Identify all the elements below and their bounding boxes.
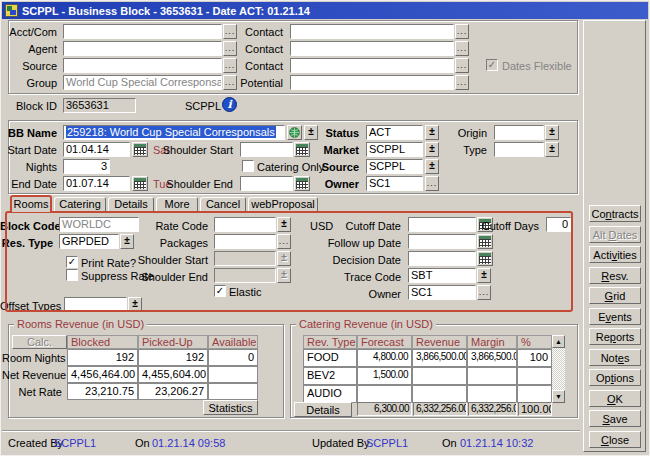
tab-details[interactable]: Details (108, 197, 154, 212)
close-button[interactable]: Close (589, 431, 641, 448)
block-id-label: Block ID (0, 99, 60, 114)
tab-cancel[interactable]: Cancel (200, 197, 246, 212)
catering-total-revenue: 6,332,256.00 (413, 402, 467, 416)
group-label: Group (0, 76, 60, 91)
rooms-tab-panel (5, 211, 573, 312)
scroll-down-icon[interactable]: ▼ (552, 390, 565, 403)
market-field[interactable]: SCPPL (366, 142, 423, 157)
contact2-lookup-button[interactable]: ... (455, 41, 469, 56)
notes-button[interactable]: Notes (589, 349, 641, 366)
start-date-label: Start Date (0, 143, 60, 158)
rooms-cell[interactable]: 192 (138, 349, 208, 366)
bb-name-selected-text: 259218: World Cup Special Corresponsals (66, 126, 276, 138)
contact1-lookup-button[interactable]: ... (455, 24, 469, 39)
catering-cell[interactable]: 3,866,500.00 (467, 349, 517, 367)
catering-col-revtype: Rev. Type (303, 335, 357, 349)
nights-label: Nights (0, 160, 60, 175)
nights-field[interactable]: 3 (63, 159, 110, 174)
catering-cell[interactable]: 4,800.00 (357, 349, 412, 367)
block-id-field: 3653631 (63, 98, 136, 113)
contact2-field[interactable] (290, 41, 454, 56)
potential-label: Potential (230, 76, 286, 91)
statistics-button[interactable]: Statistics (203, 400, 258, 415)
save-button[interactable]: Save (589, 410, 641, 427)
source-lov-button[interactable]: ± (425, 159, 439, 174)
status-field[interactable]: ACT (366, 125, 423, 140)
origin-lov-button[interactable]: ± (545, 125, 559, 140)
created-by-value: SCPPL1 (54, 436, 96, 451)
agent-field[interactable] (63, 41, 222, 56)
dates-flexible-checkbox (486, 59, 498, 71)
origin-field[interactable] (494, 125, 544, 140)
dates-flexible-label: Dates Flexible (502, 59, 572, 74)
tab-webproposal[interactable]: webProposal (248, 197, 318, 212)
tab-catering[interactable]: Catering (54, 197, 106, 212)
rooms-cell[interactable]: 4,455,604.00 (138, 366, 208, 383)
updated-by-value: SCPPL1 (366, 436, 408, 451)
catering-col-forecast: Forecast (357, 335, 412, 349)
catering-cell[interactable] (517, 385, 552, 403)
events-button[interactable]: Events (589, 308, 641, 325)
tab-rooms[interactable]: Rooms (10, 195, 52, 212)
source-field[interactable] (63, 58, 222, 73)
contact3-field[interactable] (290, 58, 454, 73)
rooms-cell[interactable]: 4,456,464.00 (67, 366, 138, 383)
catering-only-checkbox[interactable] (242, 160, 254, 172)
contact1-field[interactable] (290, 24, 454, 39)
options-button[interactable]: Options (589, 369, 641, 386)
catering-cell[interactable]: 3,866,500.00 (412, 349, 467, 367)
ok-button[interactable]: OK (589, 390, 641, 407)
rooms-cell[interactable] (208, 366, 258, 383)
rooms-cell[interactable]: 23,206.27 (138, 383, 208, 400)
rooms-cell[interactable]: 0 (208, 349, 258, 366)
updated-by-label: Updated By (312, 436, 369, 451)
info-icon[interactable]: i (222, 97, 237, 112)
catering-cell[interactable] (412, 367, 467, 385)
resv-button[interactable]: Resv. (589, 267, 641, 284)
rooms-col-blocked: Blocked (67, 335, 138, 349)
bb-name-label: BB Name (0, 126, 60, 141)
rooms-cell[interactable] (208, 383, 258, 400)
rooms-col-available: Available (208, 335, 258, 349)
owner-lookup-button[interactable]: ... (425, 176, 439, 191)
reports-button[interactable]: Reports (589, 328, 641, 345)
contact3-label: Contact (230, 59, 286, 74)
rooms-cell[interactable]: 192 (67, 349, 138, 366)
catering-cell[interactable] (467, 385, 517, 403)
potential-lookup-button[interactable]: ... (455, 75, 469, 90)
source2-field[interactable]: SCPPL (366, 159, 423, 174)
tab-more[interactable]: More (156, 197, 198, 212)
bb-name-field[interactable]: 259218: World Cup Special Corresponsals (63, 125, 285, 140)
catering-cell[interactable] (412, 385, 467, 403)
business-block-window: SCPPL - Business Block - 3653631 - Date … (0, 0, 650, 456)
contracts-button[interactable]: Contracts (589, 205, 641, 222)
potential-field[interactable] (290, 75, 454, 90)
rooms-row-label-nights: Room Nights (2, 351, 65, 366)
type-field[interactable] (494, 142, 544, 157)
shoulder-start-field[interactable] (240, 142, 293, 157)
shoulder-end-label: Shoulder End (120, 177, 236, 192)
owner-field[interactable]: SC1 (366, 176, 423, 191)
catering-total-pct: 100.00 (518, 402, 552, 416)
title-bar[interactable]: SCPPL - Business Block - 3653631 - Date … (2, 2, 648, 19)
catering-cell[interactable] (357, 385, 412, 403)
catering-cell[interactable]: FOOD (303, 349, 357, 367)
catering-cell[interactable] (517, 367, 552, 385)
catering-scrollbar[interactable] (552, 348, 565, 390)
shoulder-end-field[interactable] (240, 176, 293, 191)
catering-cell[interactable]: 100 (517, 349, 552, 367)
details-button[interactable]: Details (294, 402, 352, 417)
catering-cell[interactable]: BEV2 (303, 367, 357, 385)
catering-cell[interactable]: 1,500.00 (357, 367, 412, 385)
grid-button[interactable]: Grid (589, 287, 641, 304)
type-lov-button[interactable]: ± (545, 142, 559, 157)
acct-com-field[interactable] (63, 24, 222, 39)
rooms-cell[interactable]: 23,210.75 (67, 383, 138, 400)
catering-cell[interactable]: AUDIO (303, 385, 357, 403)
updated-on-value: 01.21.14 10:32 (460, 436, 533, 451)
contact3-lookup-button[interactable]: ... (455, 58, 469, 73)
activities-button[interactable]: Activities (589, 246, 641, 263)
catering-total-forecast: 6,300.00 (357, 402, 412, 416)
scroll-up-icon[interactable]: ▲ (552, 335, 565, 348)
catering-cell[interactable] (467, 367, 517, 385)
